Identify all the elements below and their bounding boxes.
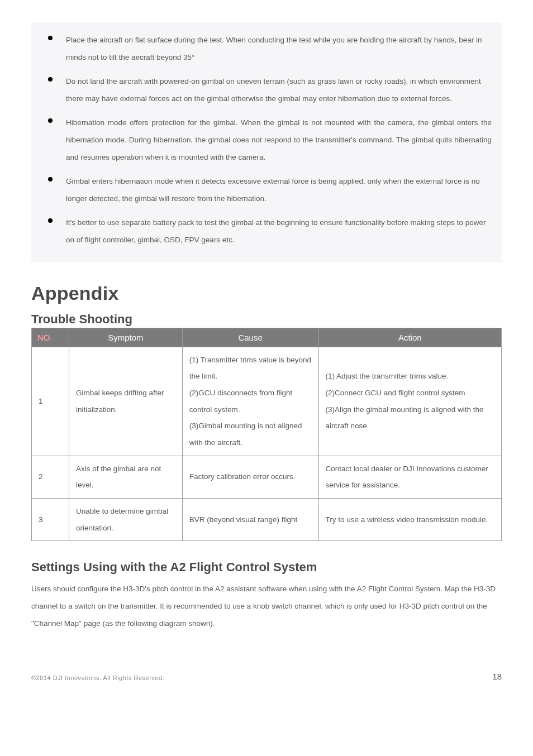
cell-symptom: Unable to determine gimbal orientation. <box>69 499 183 541</box>
col-no: NO. <box>32 328 69 347</box>
table-row: 2 Axis of the gimbal are not level. Fact… <box>32 456 502 498</box>
table-header-row: NO. Symptom Cause Action <box>32 328 502 347</box>
notice-item: Gimbal enters hibernation mode when it d… <box>57 169 492 210</box>
table-row: 1 Gimbal keeps drifting after initializa… <box>32 347 502 456</box>
page-number: 18 <box>492 672 502 681</box>
notice-item: It's better to use separate battery pack… <box>57 210 492 252</box>
cell-cause: (1) Transmitter trims value is beyond th… <box>182 347 318 456</box>
trouble-table: NO. Symptom Cause Action 1 Gimbal keeps … <box>31 328 502 542</box>
copyright-text: ©2014 DJI Innovations. All Rights Reserv… <box>31 674 164 681</box>
col-action: Action <box>318 328 501 347</box>
cell-action: Contact local dealer or DJI Innovations … <box>318 456 501 498</box>
notice-box: Place the aircraft on flat surface durin… <box>31 22 502 262</box>
cell-cause: Factory calibration error occurs. <box>182 456 318 498</box>
cell-cause: BVR (beyond visual range) flight <box>182 499 318 541</box>
settings-heading: Settings Using with the A2 Flight Contro… <box>31 560 502 576</box>
cell-no: 3 <box>32 499 69 541</box>
trouble-shooting-heading: Trouble Shooting <box>31 312 502 328</box>
notice-item: Hibernation mode offers protection for t… <box>57 111 492 169</box>
table-row: 3 Unable to determine gimbal orientation… <box>32 499 502 541</box>
appendix-heading: Appendix <box>31 283 502 304</box>
settings-body: Users should configure the H3-3D's pitch… <box>31 580 502 632</box>
notice-item: Place the aircraft on flat surface durin… <box>57 28 492 69</box>
notice-item: Do not land the aircraft with powered-on… <box>57 69 492 111</box>
col-cause: Cause <box>182 328 318 347</box>
cell-symptom: Axis of the gimbal are not level. <box>69 456 183 498</box>
page-footer: ©2014 DJI Innovations. All Rights Reserv… <box>31 672 502 681</box>
cell-no: 1 <box>32 347 69 456</box>
cell-no: 2 <box>32 456 69 498</box>
cell-symptom: Gimbal keeps drifting after initializati… <box>69 347 183 456</box>
col-symptom: Symptom <box>69 328 183 347</box>
cell-action: Try to use a wireless video transmission… <box>318 499 501 541</box>
cell-action: (1) Adjust the transmitter trims value. … <box>318 347 501 456</box>
notice-list: Place the aircraft on flat surface durin… <box>41 28 492 252</box>
